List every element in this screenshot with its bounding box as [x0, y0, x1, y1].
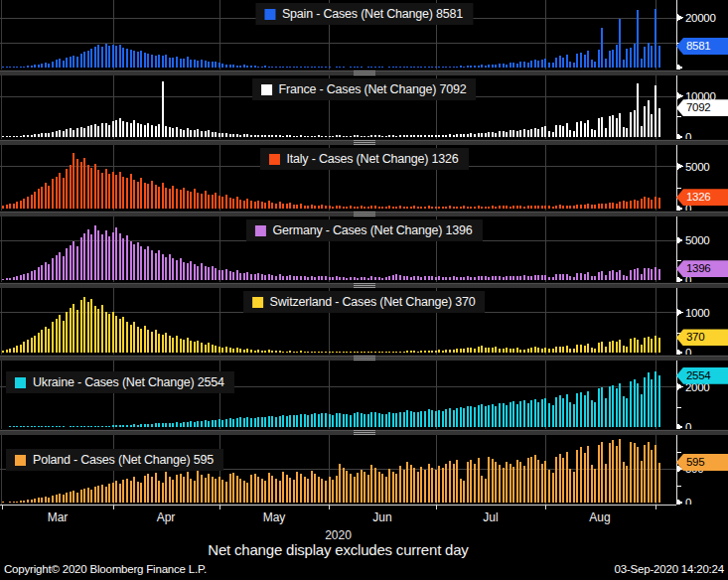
poland-legend-swatch-icon [15, 455, 26, 466]
italy-legend-swatch-icon [268, 154, 279, 165]
x-tick [113, 506, 114, 509]
splitter-handle-icon[interactable] [354, 430, 375, 435]
switzerland-panel: 10000 Switzerland - Cases (Net Change) 3… [0, 288, 728, 355]
switzerland-legend[interactable]: Switzerland - Cases (Net Change) 370 [243, 291, 486, 313]
france-latest-value-badge: 7092 [676, 99, 728, 116]
x-axis-year-label: 2020 [0, 528, 676, 541]
y-tick-label: 20000 [685, 12, 715, 24]
x-label-jun: Jun [361, 510, 404, 524]
x-tick [655, 506, 656, 509]
y-tick-label: 0 [685, 347, 691, 355]
switzerland-legend-label: Switzerland - Cases (Net Change) 370 [270, 295, 476, 309]
italy-legend[interactable]: Italy - Cases (Net Change) 1326 [259, 148, 468, 170]
x-tick [329, 506, 330, 509]
y-tick-label: 0 [685, 131, 691, 139]
france-legend-label: France - Cases (Net Change) 7092 [279, 82, 467, 96]
poland-legend-label: Poland - Cases (Net Change) 595 [33, 453, 214, 467]
chart-subtitle: Net change display excludes current day [0, 541, 676, 558]
x-label-aug: Aug [578, 510, 622, 524]
germany-legend-label: Germany - Cases (Net Change) 1396 [272, 223, 472, 237]
x-label-may: May [252, 510, 296, 524]
ukraine-latest-value-badge: 2554 [676, 367, 728, 384]
x-label-apr: Apr [144, 510, 188, 524]
poland-latest-value-badge: 595 [676, 454, 728, 471]
spain-legend[interactable]: Spain - Cases (Net Change) 8581 [255, 3, 473, 25]
france-panel: 100000 France - Cases (Net Change) 7092 … [0, 75, 728, 139]
germany-legend[interactable]: Germany - Cases (Net Change) 1396 [245, 219, 482, 241]
y-axis: 20000 [676, 0, 715, 70]
timestamp-text: 03-Sep-2020 14:20:24 [615, 563, 724, 575]
splitter-handle-icon[interactable] [354, 356, 375, 361]
x-label-jul: Jul [469, 510, 512, 524]
y-tick-label: 1000 [685, 307, 709, 319]
splitter-handle-icon[interactable] [354, 71, 375, 75]
poland-panel: 5000 Poland - Cases (Net Change) 595 595 [0, 435, 728, 505]
x-axis-line [0, 505, 676, 506]
germany-panel: 50000 Germany - Cases (Net Change) 1396 … [0, 217, 728, 282]
ukraine-legend[interactable]: Ukraine - Cases (Net Change) 2554 [6, 371, 234, 393]
x-tick [219, 506, 220, 509]
splitter-handle-icon[interactable] [354, 283, 375, 288]
switzerland-latest-value-badge: 370 [676, 329, 728, 346]
y-tick-label: 0 [685, 421, 691, 429]
x-axis: Mar Apr May Jun Jul Aug [0, 505, 728, 528]
spain-legend-swatch-icon [264, 9, 275, 20]
italy-panel: 50000 Italy - Cases (Net Change) 1326 13… [0, 145, 728, 211]
italy-legend-label: Italy - Cases (Net Change) 1326 [286, 152, 458, 166]
x-tick [436, 506, 437, 509]
spain-panel: 20000 Spain - Cases (Net Change) 8581 85… [0, 0, 728, 70]
y-tick-label: 5000 [685, 234, 709, 246]
ukraine-legend-label: Ukraine - Cases (Net Change) 2554 [33, 375, 224, 389]
splitter-handle-icon[interactable] [354, 140, 375, 145]
germany-latest-value-badge: 1396 [676, 260, 728, 277]
germany-legend-swatch-icon [254, 225, 265, 236]
bloomberg-chart-window: 20000 Spain - Cases (Net Change) 8581 85… [0, 0, 728, 580]
ukraine-legend-swatch-icon [15, 377, 26, 388]
ukraine-panel: 20000 Ukraine - Cases (Net Change) 2554 … [0, 361, 728, 429]
italy-latest-value-badge: 1326 [676, 189, 728, 206]
footer: Copyright© 2020 Bloomberg Finance L.P. 0… [0, 558, 728, 580]
x-tick [545, 506, 546, 509]
spain-latest-value-badge: 8581 [676, 38, 728, 55]
y-tick-label: 5000 [685, 161, 709, 173]
poland-legend[interactable]: Poland - Cases (Net Change) 595 [6, 449, 223, 471]
x-label-mar: Mar [36, 510, 79, 524]
switzerland-legend-swatch-icon [252, 297, 263, 308]
france-legend-swatch-icon [261, 84, 272, 95]
x-tick [2, 506, 3, 509]
y-tick-label: 0 [685, 497, 691, 505]
spain-legend-label: Spain - Cases (Net Change) 8581 [282, 7, 463, 21]
copyright-text: Copyright© 2020 Bloomberg Finance L.P. [4, 563, 207, 575]
splitter-handle-icon[interactable] [354, 212, 375, 217]
france-legend[interactable]: France - Cases (Net Change) 7092 [252, 78, 477, 100]
